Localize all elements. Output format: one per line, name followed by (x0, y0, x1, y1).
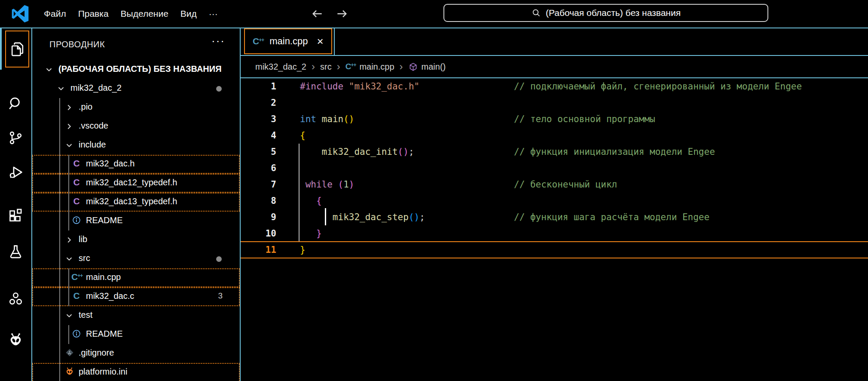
code-line-7[interactable]: 7 while (1)// бесконечный цикл (241, 176, 868, 193)
chevron-down-icon (64, 141, 74, 150)
code-line-3[interactable]: 3int main()// тело основной программы (241, 111, 868, 127)
tree-item-mik32_dac12_typedef.h[interactable]: Cmik32_dac12_typedef.h (32, 174, 240, 193)
code-text: { (300, 193, 322, 209)
line-number[interactable]: 11 (241, 242, 276, 258)
tree-item-label: mik32_dac.c (86, 291, 134, 301)
beaker-icon (8, 244, 24, 260)
activitybar-search[interactable] (0, 86, 31, 120)
forward-arrow-icon[interactable] (335, 7, 349, 21)
search-icon (8, 95, 24, 111)
indent-guide (68, 325, 69, 344)
line-number[interactable]: 2 (241, 95, 276, 111)
tree-item-.pio[interactable]: .pio (32, 98, 240, 117)
command-center-label: (Рабочая область) без названия (546, 8, 681, 18)
chevron-right-icon (64, 103, 74, 112)
symbol-cube-icon (408, 62, 418, 72)
tree-item-label: main.cpp (86, 272, 121, 282)
line-number[interactable]: 5 (241, 144, 276, 160)
activitybar-testing[interactable] (0, 234, 31, 269)
activitybar-active-indicator (0, 28, 2, 70)
file-tree: (РАБОЧАЯ ОБЛАСТЬ) БЕЗ НАЗВАНИЯmik32_dac_… (32, 60, 240, 381)
tree-item-mik32_dac_2[interactable]: mik32_dac_2 (32, 79, 240, 98)
code-comment: // тело основной программы (514, 111, 655, 127)
code-comment: // функция шага расчёта модели Engee (514, 209, 709, 225)
line-number[interactable]: 7 (241, 176, 276, 193)
code-line-9[interactable]: 9 mik32_dac_step();// функция шага расчё… (241, 209, 868, 225)
line-number[interactable]: 9 (241, 209, 276, 225)
cpp-file-icon: C++ (345, 62, 356, 71)
breadcrumb-src[interactable]: src (320, 62, 332, 72)
cpp-file-icon: C++ (253, 36, 264, 46)
line-number[interactable]: 3 (241, 111, 276, 127)
tree-item-main.cpp[interactable]: C++main.cpp (32, 268, 240, 287)
line-number[interactable]: 1 (241, 78, 276, 95)
breadcrumb-file[interactable]: C++ main.cpp (345, 62, 394, 72)
tree-item-(РАБОЧАЯ ОБЛАСТЬ) БЕЗ НАЗВАНИЯ[interactable]: (РАБОЧАЯ ОБЛАСТЬ) БЕЗ НАЗВАНИЯ (32, 60, 240, 79)
menu-selection[interactable]: Выделение (115, 6, 174, 22)
tree-item-mik32_dac.h[interactable]: Cmik32_dac.h (32, 155, 240, 174)
activitybar-source-control[interactable] (0, 120, 31, 155)
indent-guide (68, 268, 69, 306)
menu-bar: Файл Правка Выделение Вид ··· (38, 6, 224, 22)
readme-info-icon (71, 215, 82, 225)
tree-item-mik32_dac13_typedef.h[interactable]: Cmik32_dac13_typedef.h (32, 193, 240, 212)
tree-item-platformio.ini[interactable]: platformio.ini (32, 363, 240, 381)
menu-file[interactable]: Файл (38, 6, 72, 22)
breadcrumb: mik32_dac_2 › src › C++ main.cpp › main(… (241, 56, 868, 78)
menu-more[interactable]: ··· (203, 6, 224, 22)
tree-item-label: README (86, 329, 123, 339)
code-line-10[interactable]: 10 } (241, 225, 868, 242)
tab-close-icon[interactable]: × (317, 35, 323, 48)
sidebar-more-actions[interactable]: ··· (211, 34, 225, 48)
code-text: #include "mik32_dac.h" (300, 78, 419, 95)
activitybar-circles[interactable] (0, 281, 31, 316)
tree-item-.vscode[interactable]: .vscode (32, 117, 240, 136)
tree-item-README[interactable]: README (32, 212, 240, 230)
tab-label: main.cpp (269, 36, 308, 47)
line-number[interactable]: 4 (241, 127, 276, 144)
tree-item-test[interactable]: test (32, 306, 240, 325)
back-arrow-icon[interactable] (310, 7, 324, 21)
tree-item-lib[interactable]: lib (32, 230, 240, 249)
activitybar-platformio[interactable] (0, 323, 31, 357)
breadcrumb-separator: › (312, 62, 315, 71)
activity-bar (0, 28, 31, 381)
code-text: int main() (300, 111, 354, 127)
code-line-1[interactable]: 1#include "mik32_dac.h"// подключаемый ф… (241, 78, 868, 95)
tree-item-include[interactable]: include (32, 136, 240, 155)
code-editor[interactable]: 1#include "mik32_dac.h"// подключаемый ф… (241, 78, 868, 258)
tree-item-.gitignore[interactable]: .gitignore (32, 344, 240, 363)
activitybar-extensions[interactable] (0, 198, 31, 232)
tree-item-README[interactable]: README (32, 325, 240, 344)
line-number[interactable]: 8 (241, 193, 276, 209)
three-circles-icon (8, 291, 24, 307)
breadcrumb-project[interactable]: mik32_dac_2 (255, 62, 306, 72)
sidebar-title: ПРОВОДНИК (49, 40, 105, 49)
breadcrumb-symbol[interactable]: main() (408, 62, 446, 72)
code-line-4[interactable]: 4{ (241, 127, 868, 144)
code-line-2[interactable]: 2 (241, 95, 868, 111)
activitybar-explorer[interactable] (0, 28, 31, 70)
gitignore-icon (64, 347, 75, 357)
line-number[interactable]: 6 (241, 160, 276, 176)
code-line-6[interactable]: 6 (241, 160, 868, 176)
code-line-11[interactable]: 11} (241, 242, 868, 258)
line-number[interactable]: 10 (241, 225, 276, 242)
code-line-5[interactable]: 5 mik32_dac_init();// функция инициализа… (241, 144, 868, 160)
menu-view[interactable]: Вид (174, 6, 203, 22)
code-text: mik32_dac_step(); (300, 209, 425, 225)
tree-item-src[interactable]: src (32, 249, 240, 268)
chevron-down-icon (56, 84, 66, 93)
code-line-8[interactable]: 8 { (241, 193, 868, 209)
code-text: } (300, 225, 322, 242)
cpp-file-icon: C++ (71, 272, 82, 282)
tab-main-cpp[interactable]: C++ main.cpp × (244, 28, 332, 54)
tree-item-label: .pio (79, 102, 92, 112)
code-comment: // бесконечный цикл (514, 176, 617, 193)
command-center-search[interactable]: (Рабочая область) без названия (443, 4, 768, 22)
tree-item-mik32_dac.c[interactable]: Cmik32_dac.c3 (32, 287, 240, 306)
chevron-right-icon (64, 122, 74, 131)
activitybar-run-debug[interactable] (0, 155, 31, 189)
tree-item-label: README (86, 215, 123, 225)
menu-edit[interactable]: Правка (72, 6, 115, 22)
